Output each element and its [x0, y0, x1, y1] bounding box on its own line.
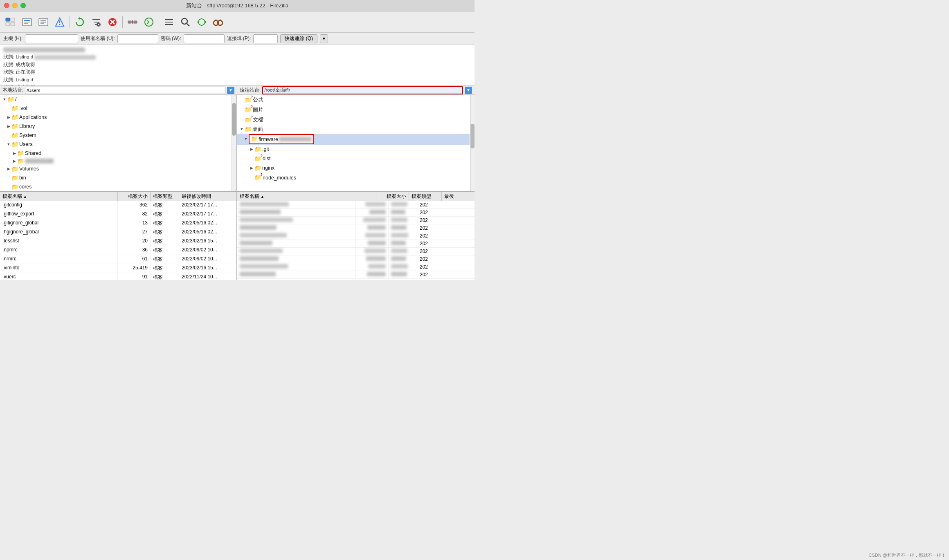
file-row-viminfo[interactable]: .viminfo 25,419 檔案 2023/02/16 15... [0, 264, 236, 273]
tree-item-applications[interactable]: ▶ 📁 Applications [0, 113, 236, 122]
status-line-1 [3, 46, 471, 53]
window-controls[interactable] [4, 3, 26, 8]
remote-col-size[interactable]: 檔案大小 [376, 192, 409, 201]
tree-item-node-modules[interactable]: 📁 ? node_modules [237, 172, 470, 182]
col-size[interactable]: 檔案大小 [118, 192, 151, 201]
tree-item-bin[interactable]: 📁 bin [0, 173, 236, 182]
remote-file-row-1[interactable]: 202 [237, 201, 475, 209]
file-row-vuerc[interactable]: .vuerc 91 檔案 2022/11/24 10... [0, 273, 236, 280]
file-row-gitignore[interactable]: .gitignore_global 13 檔案 2022/05/16 02... [0, 219, 236, 228]
tree-item-documents[interactable]: 📁 ? 文檔 [237, 115, 470, 125]
col-type[interactable]: 檔案類型 [151, 192, 179, 201]
label-dist: dist [263, 155, 270, 163]
local-tree-scroll[interactable]: ▼ 📁 / 📁 .vol ▶ 📁 Applications [0, 95, 236, 191]
local-dir-button[interactable] [36, 15, 51, 29]
local-path-dropdown[interactable]: ▼ [227, 87, 234, 94]
tree-item-desktop[interactable]: ▼ 📁 桌面 [237, 125, 470, 134]
host-input[interactable] [25, 34, 78, 43]
label-volumes: Volumes [19, 165, 39, 173]
label-users: Users [19, 140, 33, 148]
folder-icon-root: 📁 [7, 96, 14, 102]
col-name[interactable]: 檔案名稱 ▲ [0, 192, 118, 201]
site-manager-button[interactable] [3, 15, 18, 29]
local-tree-scrollbar[interactable] [232, 95, 236, 191]
password-input[interactable] [184, 34, 225, 43]
cancel-button[interactable] [105, 15, 120, 29]
username-input[interactable] [117, 34, 158, 43]
remote-path-input[interactable] [262, 86, 463, 94]
folder-icon-documents: 📁 ? [245, 115, 252, 124]
queue-button[interactable] [162, 15, 176, 29]
reconnect-button[interactable] [142, 15, 156, 29]
tree-item-blurred-user[interactable]: ▶ 📁 [0, 158, 236, 164]
tree-item-users[interactable]: ▼ 📁 Users [0, 140, 236, 149]
remote-col-name[interactable]: 檔案名稱 ▲ [237, 192, 376, 201]
remote-file-row-5[interactable]: 202 [237, 232, 475, 240]
search-button[interactable] [178, 15, 193, 29]
remote-file-row-9[interactable]: 202 [237, 263, 475, 271]
tree-item-pictures[interactable]: 📁 ? 圖片 [237, 105, 470, 114]
tree-item-volumes[interactable]: ▶ 📁 Volumes [0, 164, 236, 173]
message-log-button[interactable] [20, 15, 34, 29]
tree-item-shared[interactable]: ▶ 📁 Shared [0, 149, 236, 158]
tree-item-git[interactable]: ▶ 📁 .git [237, 145, 470, 154]
connect-button[interactable]: 快速連線 (Q) [280, 34, 317, 43]
local-tree-area: ▼ 📁 / 📁 .vol ▶ 📁 Applications [0, 95, 236, 191]
tree-item-cores[interactable]: 📁 cores [0, 182, 236, 191]
remote-tree-scroll-thumb[interactable] [470, 124, 475, 148]
folder-icon-applications: 📁 [11, 114, 18, 120]
local-path-input[interactable] [25, 87, 225, 94]
col-date[interactable]: 最後修改時間 [179, 192, 236, 201]
sync-button[interactable] [194, 15, 209, 29]
minimize-button[interactable] [12, 3, 18, 8]
tree-item-firmware[interactable]: ▼ 📁 firmware [237, 134, 470, 145]
remote-col-date[interactable]: 最後 [442, 192, 475, 201]
tree-item-nginx[interactable]: ▶ 📁 nginx [237, 164, 470, 172]
file-row-nrmrc[interactable]: .nrmrc 61 檔案 2022/09/02 10... [0, 255, 236, 264]
close-button[interactable] [4, 3, 9, 8]
file-row-hgignore[interactable]: .hgignore_global 27 檔案 2022/05/16 02... [0, 228, 236, 237]
remote-tree-scroll[interactable]: 📁 ? 公共 📁 ? 圖片 [237, 95, 475, 191]
local-tree-scroll-thumb[interactable] [232, 103, 236, 136]
port-input[interactable] [253, 34, 278, 43]
remote-path-dropdown[interactable]: ▼ [465, 87, 472, 94]
binoculars-button[interactable] [211, 15, 225, 29]
arrow-node-modules [249, 175, 254, 181]
tree-item-system[interactable]: 📁 System [0, 131, 236, 140]
svg-point-33 [182, 18, 187, 24]
remote-file-row-8[interactable]: 202 [237, 255, 475, 263]
file-row-npmrc[interactable]: .npmrc 36 檔案 2022/09/02 10... [0, 246, 236, 255]
remote-file-row-2[interactable]: 202 [237, 209, 475, 217]
filter-button[interactable] [89, 15, 103, 29]
sort-arrow-name: ▲ [23, 195, 27, 199]
arrow-git: ▶ [249, 146, 254, 152]
remote-file-row-4[interactable]: 202 [237, 224, 475, 232]
connect-dropdown-button[interactable]: ▼ [320, 34, 328, 43]
refresh-button[interactable] [72, 15, 87, 29]
disconnect-button[interactable] [125, 15, 140, 29]
remote-col-type[interactable]: 檔案類型 [409, 192, 442, 201]
remote-file-body[interactable]: 202 202 202 202 [237, 201, 475, 280]
file-row-gitconfig[interactable]: .gitconfig 362 檔案 2023/02/17 17... [0, 201, 236, 210]
folder-icon-volumes: 📁 [11, 166, 18, 172]
arrow-dist [249, 156, 254, 161]
status-line-3: 狀態: 成功取得 [3, 61, 471, 68]
file-row-gitflow[interactable]: .gitflow_export 82 檔案 2023/02/17 17... [0, 210, 236, 219]
remote-file-row-3[interactable]: 202 [237, 217, 475, 224]
svg-rect-25 [128, 21, 131, 23]
remote-dir-button[interactable] [52, 15, 67, 29]
remote-file-row-6[interactable]: 202 [237, 240, 475, 248]
file-row-lesshst[interactable]: .lesshst 20 檔案 2023/02/16 15... [0, 237, 236, 246]
remote-file-row-7[interactable]: 202 [237, 248, 475, 255]
tree-item-root[interactable]: ▼ 📁 / [0, 95, 236, 104]
remote-tree-scrollbar[interactable] [470, 95, 475, 191]
maximize-button[interactable] [20, 3, 26, 8]
tree-item-dist[interactable]: 📁 ? dist [237, 154, 470, 164]
arrow-bin [6, 175, 11, 181]
remote-file-row-10[interactable]: 202 [237, 271, 475, 279]
tree-item-library[interactable]: ▶ 📁 Library [0, 122, 236, 131]
tree-item-vol[interactable]: 📁 .vol [0, 104, 236, 113]
local-file-body[interactable]: .gitconfig 362 檔案 2023/02/17 17... .gitf… [0, 201, 236, 280]
tree-item-gongong[interactable]: 📁 ? 公共 [237, 95, 470, 105]
label-root: / [15, 95, 16, 103]
